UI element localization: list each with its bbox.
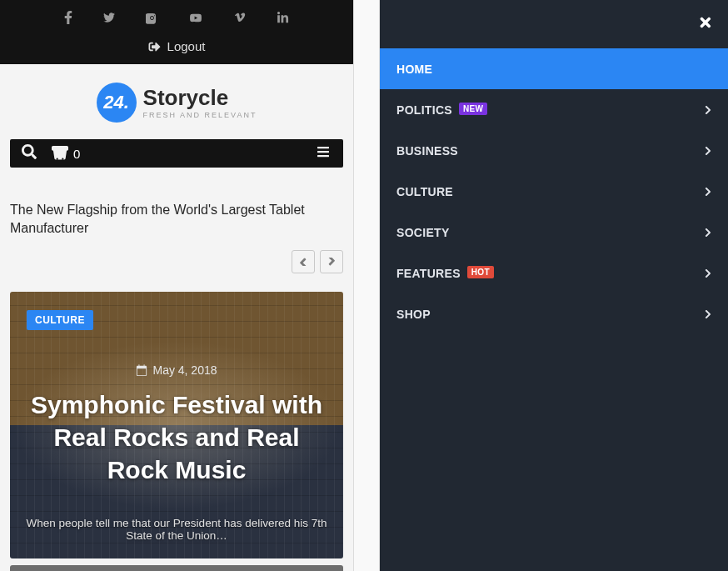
cart-icon [52, 146, 68, 161]
search-icon[interactable] [22, 144, 37, 163]
ticker-prev-button[interactable] [292, 250, 315, 273]
gutter [353, 0, 380, 571]
news-ticker[interactable]: The New Flagship from the World's Larges… [0, 168, 353, 250]
logo-text: Storycle FRESH AND RELEVANT [143, 87, 257, 119]
logout-label: Logout [167, 39, 206, 53]
menu-item-left: SHOP [396, 308, 431, 321]
menu: HOMEPOLITICSNEWBUSINESSCULTURESOCIETYFEA… [380, 48, 728, 334]
menu-badge: NEW [459, 103, 487, 115]
chevron-right-icon [705, 228, 711, 238]
hero-date-text: May 4, 2018 [152, 363, 217, 377]
subbar: 0 [10, 139, 343, 168]
vimeo-icon[interactable] [233, 12, 247, 27]
menu-badge: HOT [467, 266, 494, 278]
logo-tagline: FRESH AND RELEVANT [143, 112, 257, 119]
hero-excerpt: When people tell me that our President h… [10, 517, 343, 542]
chevron-right-icon [705, 268, 711, 278]
logo[interactable]: 24. Storycle FRESH AND RELEVANT [0, 64, 353, 139]
menu-item-label: FEATURES [396, 267, 461, 280]
close-wrap [380, 0, 728, 48]
menu-item-home[interactable]: HOME [380, 48, 728, 89]
offcanvas-menu: HOMEPOLITICSNEWBUSINESSCULTURESOCIETYFEA… [380, 0, 728, 571]
logout-icon [148, 41, 161, 53]
chevron-right-icon [705, 309, 711, 319]
facebook-icon[interactable] [64, 11, 72, 28]
logo-brand: Storycle [143, 87, 257, 108]
calendar-icon [136, 364, 147, 376]
main-column: Logout 24. Storycle FRESH AND RELEVANT 0… [0, 0, 353, 571]
menu-item-left: FEATURESHOT [396, 267, 494, 280]
chevron-right-icon [705, 105, 711, 115]
hero-title: Symphonic Festival with Real Rocks and R… [23, 388, 330, 486]
menu-item-left: CULTURE [396, 185, 453, 198]
menu-item-label: SHOP [396, 308, 431, 321]
chevron-right-icon [705, 187, 711, 197]
menu-item-left: POLITICSNEW [396, 103, 487, 117]
instagram-icon[interactable] [146, 12, 158, 28]
twitter-icon[interactable] [102, 12, 116, 27]
menu-item-society[interactable]: SOCIETY [380, 212, 728, 253]
ticker-nav [0, 250, 353, 283]
menu-item-culture[interactable]: CULTURE [380, 171, 728, 212]
logo-badge: 24. [97, 83, 137, 123]
hero-date: May 4, 2018 [136, 363, 217, 377]
hamburger-icon[interactable] [315, 145, 332, 162]
menu-item-label: SOCIETY [396, 226, 450, 239]
menu-item-label: HOME [396, 63, 432, 76]
second-card[interactable]: TECH [10, 565, 343, 571]
social-row [0, 0, 353, 33]
menu-item-politics[interactable]: POLITICSNEW [380, 89, 728, 130]
menu-item-left: SOCIETY [396, 226, 450, 239]
menu-item-shop[interactable]: SHOP [380, 293, 728, 334]
close-icon[interactable] [698, 15, 713, 33]
ticker-next-button[interactable] [320, 250, 343, 273]
menu-item-label: CULTURE [396, 185, 453, 198]
menu-item-left: BUSINESS [396, 144, 458, 158]
menu-item-label: POLITICS [396, 103, 452, 117]
hero-card[interactable]: CULTURE May 4, 2018 Symphonic Festival w… [10, 292, 343, 558]
subbar-left: 0 [22, 144, 80, 163]
linkedin-icon[interactable] [277, 12, 289, 28]
menu-item-left: HOME [396, 63, 432, 76]
menu-item-features[interactable]: FEATURESHOT [380, 253, 728, 293]
youtube-icon[interactable] [188, 12, 203, 27]
cart-count: 0 [73, 147, 80, 161]
menu-item-label: BUSINESS [396, 144, 458, 158]
chevron-right-icon [705, 146, 711, 156]
menu-item-business[interactable]: BUSINESS [380, 130, 728, 171]
logout-link[interactable]: Logout [0, 33, 353, 64]
cart-link[interactable]: 0 [52, 146, 80, 161]
